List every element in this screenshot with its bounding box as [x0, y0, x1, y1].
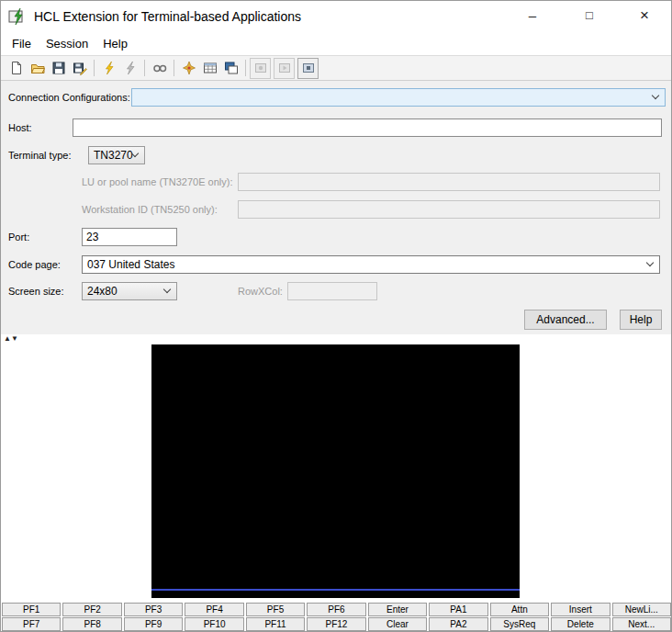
terminal-type-select[interactable]: TN3270 [88, 146, 145, 164]
save-icon[interactable] [48, 58, 69, 79]
toolbar-separator [144, 60, 145, 76]
connection-configurations-select[interactable] [131, 88, 666, 107]
rowxcol-input [287, 282, 377, 300]
help-button[interactable]: Help [620, 310, 662, 330]
app-window: HCL Extension for Terminal-based Applica… [0, 0, 672, 632]
macro-record-icon [250, 58, 271, 79]
splitter-up-icon: ▲ [4, 334, 11, 343]
close-button[interactable]: × [630, 1, 659, 29]
macro-stop-icon[interactable] [297, 58, 319, 79]
window-title: HCL Extension for Terminal-based Applica… [34, 9, 301, 24]
menu-item-help[interactable]: Help [95, 34, 135, 53]
keypad-row-2: PF7PF8PF9PF10PF11PF12ClearPA2SysReqDelet… [2, 617, 671, 631]
terminal-screen[interactable] [151, 344, 520, 598]
disconnect-icon[interactable] [119, 58, 140, 79]
screen-size-select[interactable]: 24x80 [82, 282, 177, 300]
table-icon[interactable] [199, 58, 220, 79]
screen-size-value: 24x80 [87, 285, 118, 298]
keypad-button-insert[interactable]: Insert [551, 603, 610, 616]
links-icon[interactable] [149, 58, 170, 79]
new-icon[interactable] [6, 58, 27, 79]
keypad-button-pf4[interactable]: PF4 [185, 603, 243, 616]
maximize-button[interactable]: □ [575, 1, 604, 29]
keypad-button-sysreq[interactable]: SysReq [490, 617, 549, 631]
keypad-button-delete[interactable]: Delete [551, 617, 610, 631]
chevron-down-icon [652, 92, 659, 99]
toolbar-separator [245, 60, 246, 76]
connection-configurations-label: Connection Configurations: [8, 88, 130, 107]
keypad-button-pf5[interactable]: PF5 [246, 603, 305, 616]
port-label: Port: [8, 228, 29, 246]
keypad-button-pf9[interactable]: PF9 [124, 617, 183, 631]
keypad-button-attn[interactable]: Attn [490, 603, 549, 616]
keypad-button-pf6[interactable]: PF6 [307, 603, 365, 616]
screen-copy-icon[interactable] [220, 58, 241, 79]
splitter-handle[interactable]: ▲▼ [4, 334, 18, 344]
keypad: PF1PF2PF3PF4PF5PF6EnterPA1AttnInsertNewL… [2, 603, 671, 632]
keypad-button-pf1[interactable]: PF1 [2, 603, 61, 616]
host-label: Host: [8, 118, 32, 137]
keypad-button-next[interactable]: Next... [612, 617, 671, 631]
workstation-id-input [238, 200, 660, 219]
connection-settings-panel: Connection Configurations: Host: Termina… [1, 81, 671, 334]
macro-play-icon [274, 58, 295, 79]
code-page-select[interactable]: 037 United States [82, 255, 660, 274]
open-icon[interactable] [27, 58, 48, 79]
keypad-button-pf12[interactable]: PF12 [307, 617, 365, 631]
menu-item-file[interactable]: File [5, 34, 39, 53]
keypad-button-pf7[interactable]: PF7 [2, 617, 61, 631]
lu-pool-label: LU or pool name (TN3270E only): [82, 173, 232, 191]
terminal-type-label: Terminal type: [8, 146, 71, 164]
advanced-button[interactable]: Advanced... [524, 310, 607, 330]
toolbar-separator [94, 60, 95, 76]
keypad-button-pf2[interactable]: PF2 [62, 603, 121, 616]
keypad-button-enter[interactable]: Enter [368, 603, 427, 616]
minimize-button[interactable]: – [518, 1, 547, 29]
keypad-button-clear[interactable]: Clear [368, 617, 427, 631]
keypad-button-pa1[interactable]: PA1 [429, 603, 487, 616]
menu-item-session[interactable]: Session [39, 34, 95, 53]
workstation-id-label: Workstation ID (TN5250 only): [82, 200, 218, 219]
connect-icon[interactable] [98, 58, 119, 79]
keypad-button-pa2[interactable]: PA2 [429, 617, 487, 631]
host-input[interactable] [73, 118, 662, 137]
keyboard-remap-icon[interactable] [178, 58, 199, 79]
menubar: FileSessionHelp [1, 31, 671, 55]
code-page-label: Code page: [8, 255, 61, 274]
app-icon [8, 7, 27, 26]
lu-pool-input [238, 173, 660, 191]
save-as-icon[interactable] [69, 58, 90, 79]
oia-divider-line [151, 589, 520, 591]
screen-size-label: Screen size: [8, 282, 64, 300]
chevron-down-icon [163, 286, 171, 293]
keypad-row-1: PF1PF2PF3PF4PF5PF6EnterPA1AttnInsertNewL… [2, 603, 671, 616]
port-input[interactable] [82, 228, 177, 246]
keypad-button-pf10[interactable]: PF10 [185, 617, 243, 631]
keypad-button-pf8[interactable]: PF8 [62, 617, 121, 631]
rowxcol-label: RowXCol: [238, 282, 283, 300]
keypad-button-pf3[interactable]: PF3 [124, 603, 183, 616]
chevron-down-icon [646, 259, 654, 266]
keypad-button-newli[interactable]: NewLi... [612, 603, 671, 616]
titlebar: HCL Extension for Terminal-based Applica… [1, 1, 671, 31]
keypad-button-pf11[interactable]: PF11 [246, 617, 305, 631]
toolbar [1, 55, 671, 81]
terminal-type-value: TN3270 [94, 149, 133, 162]
code-page-value: 037 United States [87, 258, 174, 271]
splitter-down-icon: ▼ [11, 334, 18, 343]
toolbar-separator [174, 60, 174, 76]
